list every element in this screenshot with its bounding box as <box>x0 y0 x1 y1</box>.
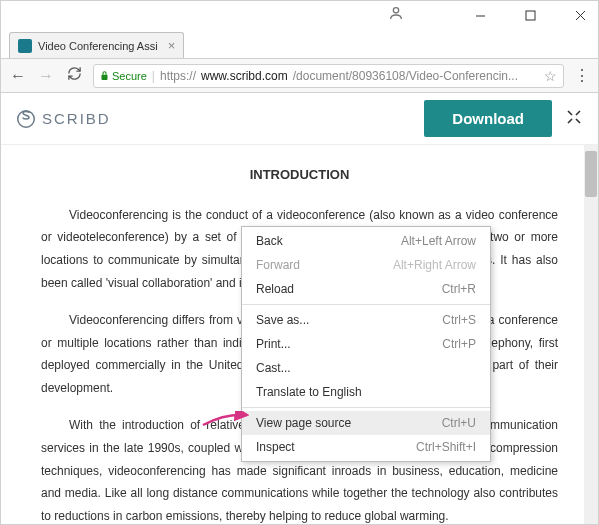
scrollbar-track[interactable] <box>584 145 598 525</box>
svg-rect-5 <box>102 75 108 80</box>
context-menu-shortcut: Ctrl+R <box>442 282 476 296</box>
url-input[interactable]: Secure | https://www.scribd.com/document… <box>93 64 564 88</box>
maximize-button[interactable] <box>516 5 544 25</box>
scribd-logo-icon <box>17 110 35 128</box>
scrollbar-thumb[interactable] <box>585 151 597 197</box>
secure-label: Secure <box>112 70 147 82</box>
context-menu-item[interactable]: View page sourceCtrl+U <box>242 411 490 435</box>
context-menu-label: Back <box>256 234 283 248</box>
url-host: www.scribd.com <box>201 69 288 83</box>
svg-point-0 <box>393 8 398 13</box>
context-menu-shortcut: Alt+Right Arrow <box>393 258 476 272</box>
back-icon[interactable]: ← <box>9 67 27 85</box>
chrome-menu-icon[interactable]: ⋮ <box>574 66 590 85</box>
svg-rect-2 <box>526 11 535 20</box>
close-button[interactable] <box>566 5 594 25</box>
context-menu-item[interactable]: Cast... <box>242 356 490 380</box>
doc-heading: INTRODUCTION <box>41 163 558 188</box>
context-menu-label: Print... <box>256 337 291 351</box>
context-menu-separator <box>242 407 490 408</box>
tab-title: Video Conferencing Assi <box>38 40 158 52</box>
context-menu-separator <box>242 304 490 305</box>
context-menu-shortcut: Ctrl+U <box>442 416 476 430</box>
reload-icon[interactable] <box>65 66 83 85</box>
tab-close-icon[interactable]: × <box>168 38 176 53</box>
download-button[interactable]: Download <box>424 100 552 137</box>
lock-icon <box>100 70 109 81</box>
url-path: /document/80936108/Video-Conferencin... <box>293 69 518 83</box>
context-menu-label: Translate to English <box>256 385 362 399</box>
bookmark-star-icon[interactable]: ☆ <box>544 68 557 84</box>
secure-badge: Secure <box>100 70 147 82</box>
address-bar: ← → Secure | https://www.scribd.com/docu… <box>1 59 598 93</box>
context-menu: BackAlt+Left ArrowForwardAlt+Right Arrow… <box>241 226 491 462</box>
context-menu-label: Cast... <box>256 361 291 375</box>
brand-text: SCRIBD <box>42 110 111 127</box>
context-menu-label: Reload <box>256 282 294 296</box>
context-menu-shortcut: Alt+Left Arrow <box>401 234 476 248</box>
context-menu-label: Forward <box>256 258 300 272</box>
context-menu-shortcut: Ctrl+Shift+I <box>416 440 476 454</box>
fullscreen-icon[interactable] <box>566 109 582 128</box>
tab-favicon <box>18 39 32 53</box>
context-menu-label: Save as... <box>256 313 309 327</box>
browser-tab[interactable]: Video Conferencing Assi × <box>9 32 184 58</box>
site-header: SCRIBD Download <box>1 93 598 145</box>
forward-icon: → <box>37 67 55 85</box>
context-menu-shortcut: Ctrl+P <box>442 337 476 351</box>
tab-bar: Video Conferencing Assi × <box>1 29 598 59</box>
context-menu-item[interactable]: Translate to English <box>242 380 490 404</box>
url-protocol: https:// <box>160 69 196 83</box>
minimize-button[interactable] <box>466 5 494 25</box>
context-menu-item[interactable]: InspectCtrl+Shift+I <box>242 435 490 459</box>
context-menu-label: Inspect <box>256 440 295 454</box>
context-menu-item[interactable]: Save as...Ctrl+S <box>242 308 490 332</box>
context-menu-item[interactable]: ReloadCtrl+R <box>242 277 490 301</box>
context-menu-item: ForwardAlt+Right Arrow <box>242 253 490 277</box>
scribd-logo[interactable]: SCRIBD <box>17 110 111 128</box>
context-menu-label: View page source <box>256 416 351 430</box>
person-icon[interactable] <box>388 5 404 25</box>
context-menu-item[interactable]: Print...Ctrl+P <box>242 332 490 356</box>
context-menu-shortcut: Ctrl+S <box>442 313 476 327</box>
context-menu-item[interactable]: BackAlt+Left Arrow <box>242 229 490 253</box>
window-titlebar <box>1 1 598 29</box>
annotation-arrow <box>201 411 251 427</box>
